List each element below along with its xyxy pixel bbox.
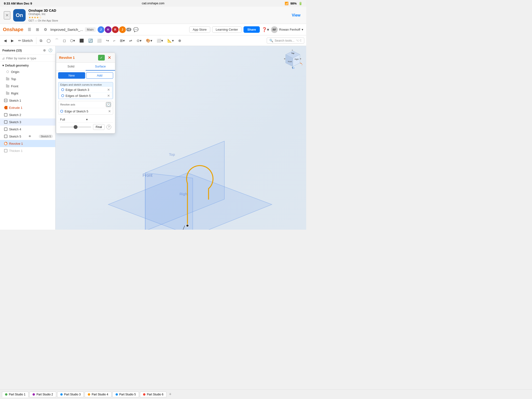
tree-item-sketch3[interactable]: Sketch 3 [0,118,55,126]
full-dropdown[interactable]: Full ▾ [58,116,113,123]
sketch3-icon [4,120,8,124]
features-button[interactable]: ⊞ [34,26,40,33]
tree-item-top[interactable]: Top [0,75,55,82]
dialog-cancel-button[interactable]: ✕ [107,55,112,60]
forward-button[interactable]: ▶ [9,38,16,44]
edge1-remove-button[interactable]: ✕ [107,88,110,92]
final-button[interactable]: Final [93,124,105,130]
filter-input[interactable] [6,57,53,60]
subtab-add[interactable]: Add [86,72,113,79]
hamburger-menu-button[interactable]: ☰ [26,26,32,33]
grid-tool-button[interactable]: ⊞▾ [118,38,127,44]
edge-item-2[interactable]: Edges of Sketch 5 ✕ [59,93,112,99]
share-button[interactable]: Share [244,26,260,33]
dialog-title: Revolve 1 [59,56,96,60]
search-tools-input[interactable]: 🔍 Search tools... ⌥ C [267,38,304,44]
plane-tool-button[interactable]: ◻ [61,38,68,44]
revolve-dialog: Revolve 1 ✓ ✕ Solid Surface New Add Edge… [56,53,115,133]
user-info: RF Rowan Fenhoff ▾ [271,26,303,33]
edge2-remove-button[interactable]: ✕ [107,94,110,98]
help-button[interactable]: ❓▾ [262,27,269,32]
add-tool-button[interactable]: ⊕ [176,38,183,44]
tree-item-extrude1[interactable]: Extrude 1 [0,104,55,111]
tree-item-origin[interactable]: Origin [0,68,55,75]
tree-item-right[interactable]: Right [0,90,55,97]
view-button[interactable]: View [290,11,302,19]
search-tools-icon: 🔍 [269,39,273,42]
right-label: Right [11,92,18,95]
feature-history-button[interactable]: 🕐 [48,48,53,53]
extrude1-icon [4,106,8,110]
chat-icon[interactable]: 💬 [133,27,139,32]
tree-item-revolve1[interactable]: Revolve 1 [0,140,55,147]
material-tool-button[interactable]: 🎨▾ [144,38,154,44]
dropdown-chevron-icon: ▾ [86,118,111,121]
tree-item-sketch4[interactable]: Sketch 4 [0,126,55,133]
svg-point-35 [186,224,189,227]
default-geometry-group[interactable]: ▾ Default geometry [0,63,55,68]
sketch1-label: Sketch 1 [9,99,21,102]
cancel-icon: ✕ [108,55,111,60]
tab-surface[interactable]: Surface [86,63,115,70]
tab-solid[interactable]: Solid [56,63,86,70]
app-store-button[interactable]: App Store [189,26,210,33]
sketch5-badge: Sketch 5 [39,135,53,138]
help-circle-button[interactable]: ? [107,125,111,129]
learning-center-button[interactable]: Learning Center [212,26,242,33]
tree-item-thicken1[interactable]: Thicken 1 [0,147,55,154]
svg-marker-2 [4,106,7,109]
axis-remove-button[interactable]: ✕ [108,109,111,113]
visibility-icon[interactable]: 👁 [28,135,31,138]
url-display: cad.onshape.com [142,2,165,5]
tool-separator-1 [36,37,36,44]
subtab-new[interactable]: New [58,72,85,79]
back-button[interactable]: ◀ [2,38,9,44]
shell-tool-button[interactable]: ⬜ [95,38,104,44]
dialog-ok-button[interactable]: ✓ [98,55,105,61]
app-name: Onshape 3D CAD [28,9,287,13]
fillet-tool-button[interactable]: ⌐ [111,38,117,44]
avatar-h: H [105,26,111,33]
filter-bar: ⊿ [0,55,55,62]
arc-tool-button[interactable]: ⌒ [53,37,61,44]
feature-add-button[interactable]: ⊕ [43,48,46,53]
sketch-pencil-icon: ✏ [18,38,21,43]
axis-clock-button[interactable]: 🕐 [106,102,111,107]
sketch4-label: Sketch 4 [9,127,21,131]
svg-marker-29 [145,173,193,230]
axis-section: Revolve axis 🕐 Edge of Sketch 5 ✕ [58,101,113,114]
svg-text:Front: Front [143,173,152,178]
slider-thumb[interactable] [74,125,77,129]
dialog-subtabs: New Add [56,71,115,80]
app-icon: On [13,9,25,22]
dialog-body: Edges and sketch curves to revolve Edge … [56,80,115,133]
measure-tool-button[interactable]: 📐▾ [165,38,176,44]
edge2-label: Edges of Sketch 5 [66,94,91,98]
tools-button[interactable]: ⚙ [42,26,49,33]
mirror-tool-button[interactable]: ⇌ [127,38,134,44]
angle-slider[interactable] [60,127,91,127]
dialog-tabs: Solid Surface [56,63,115,71]
edge-item-1[interactable]: Edge of Sketch 3 ✕ [59,87,112,93]
close-banner-button[interactable]: ✕ [4,11,10,19]
circle-tool-button[interactable]: ◯ [45,38,53,44]
tree-item-sketch2[interactable]: Sketch 2 [0,111,55,118]
copy-tool-button[interactable]: ⧉ [38,38,44,44]
search-shortcut: ⌥ C [296,39,302,42]
tree-item-front[interactable]: Front [0,82,55,90]
sketch-button[interactable]: ✏ Sketch [16,38,35,44]
time-display: 9:33 AM Mon Dec 9 [4,2,32,5]
extra-users-badge: +2 [126,28,131,31]
boolean-tool-button[interactable]: ⊙▾ [135,38,144,44]
left-panel: Features (13) ⊕ 🕐 ⊿ ▾ Default geometry O… [0,46,56,230]
document-title: Improved_Swrich_... [51,27,83,32]
tree-item-sketch1[interactable]: Sketch 1 [0,97,55,104]
tree-item-sketch5[interactable]: Sketch 5 👁 Sketch 5 [0,133,55,140]
extrude-tool-button[interactable]: ⬛ [77,38,86,44]
user-avatar: RF [271,26,278,33]
shape-tool-button[interactable]: ⬡▾ [68,38,77,44]
sweep-tool-button[interactable]: ↪ [104,38,111,44]
revolve-tool-button[interactable]: 🔄 [86,38,95,44]
ok-icon: ✓ [100,56,103,60]
display-tool-button[interactable]: ⬜▾ [155,38,165,44]
